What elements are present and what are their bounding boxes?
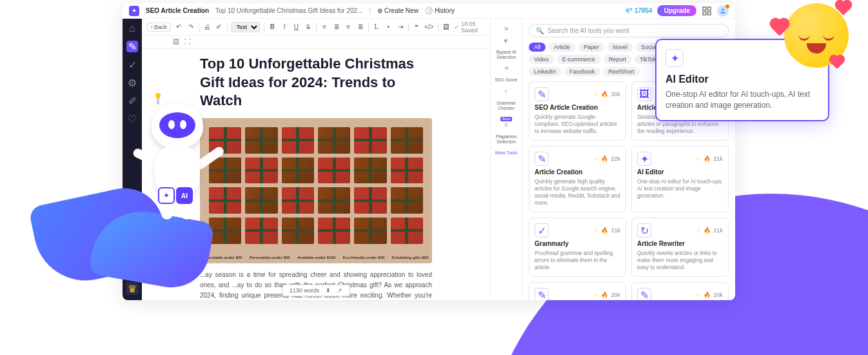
separator: | [369,7,371,14]
app-window: ✦ SEO Article Creation Top 10 Unforgetta… [123,3,735,300]
list-ordered-icon[interactable]: 1. [373,22,380,32]
brush-icon[interactable]: ✐ [215,22,222,32]
download-icon[interactable]: ⬇ [326,287,331,294]
tool-card[interactable]: ✎☆🔥30kSEO Article CreationQuickly genera… [529,81,626,141]
chip[interactable]: Article [549,43,575,52]
card-icon: ↻ [637,223,651,238]
quote-icon[interactable]: ❝ [413,22,420,32]
rail-premium-icon[interactable]: ♛ [126,282,139,295]
star-icon[interactable]: ☆ [696,292,701,298]
image-icon[interactable]: 🖼 [442,22,449,32]
underline-icon[interactable]: U [292,22,300,32]
article-title[interactable]: Top 10 Unforgettable Christmas Gift Idea… [200,55,432,110]
rail-home-icon[interactable]: ⌂ [126,23,138,34]
image-insert-icon[interactable]: 🖼 [173,38,179,45]
hero-labels: Affordable under $20Personable under $50… [200,256,432,259]
editor-toolbar: ‹ Back ↶ ↷ 🖨 ✐ Text B I U S̶ ≡ ≣ ≡ ≣ 1. [142,19,490,36]
chip[interactable]: Novel [607,43,633,52]
align-center-icon[interactable]: ≣ [332,22,340,32]
chip[interactable]: ReelShort [604,67,640,76]
user-avatar[interactable] [717,5,729,17]
tool-plagiarism[interactable]: Beta⎘Plagiarism Detection [492,116,520,145]
chip[interactable]: Report [604,55,631,64]
tool-seo-score[interactable]: ◔SEO Score [493,65,518,84]
tool-card[interactable]: ✎☆🔥22kArticle CreationQuickly generate h… [529,146,626,212]
word-count-bar: 1130 words ⬇ ↗ [282,285,350,296]
popover-icon: ✦ [666,49,684,67]
fullscreen-icon[interactable]: ⛶ [184,38,191,45]
bold-icon[interactable]: B [268,22,276,32]
breadcrumb-section[interactable]: SEO Article Creation [146,7,209,14]
svg-rect-0 [703,7,706,10]
chip[interactable]: E-commerce [557,55,600,64]
italic-icon[interactable]: I [281,22,288,32]
tool-more[interactable]: More Tools [494,149,518,157]
rail-pen-icon[interactable]: ✐ [126,95,138,107]
rail-settings-icon[interactable]: ⚙ [126,77,138,88]
create-new-button[interactable]: ⊕ Create New [377,7,419,14]
search-icon: 🔍 [536,27,544,34]
align-justify-icon[interactable]: ≣ [356,22,364,32]
popover-desc: One-stop AI editor for AI touch-ups, AI … [666,89,819,111]
align-right-icon[interactable]: ≡ [344,22,352,32]
tools-rail: » ◐Bypass AI Detection ◔SEO Score ✓Gramm… [490,19,522,300]
code-icon[interactable]: </> [424,22,433,32]
points-balance[interactable]: 💎 17854 [625,7,653,14]
print-icon[interactable]: 🖨 [203,22,211,32]
tool-card[interactable]: ↻☆🔥21kArticle RewriterQuickly rewrite ar… [631,218,729,277]
card-icon: ✎ [535,288,549,300]
breadcrumb-title[interactable]: Top 10 Unforgettable Christmas Gift Idea… [215,7,362,14]
text-style-select[interactable]: Text [231,22,260,32]
card-icon: ✓ [535,223,549,238]
popover-title: AI Editor [666,74,819,85]
fire-icon: 🔥 [601,227,608,234]
share-icon[interactable]: ↗ [337,287,342,294]
tool-grammar[interactable]: ✓Grammar Checker [492,88,520,112]
chip[interactable]: LinkedIn [529,67,561,76]
upgrade-button[interactable]: Upgrade [657,5,696,16]
app-logo-icon[interactable]: ✦ [129,6,139,16]
rail-heart-icon[interactable]: ♡ [126,113,138,125]
undo-icon[interactable]: ↶ [175,22,182,32]
chip[interactable]: Paper [578,43,604,52]
editor-content[interactable]: Top 10 Unforgettable Christmas Gift Idea… [142,48,490,300]
indent-icon[interactable]: ⇥ [396,22,404,32]
strike-icon[interactable]: S̶ [304,22,312,32]
svg-rect-2 [703,12,706,15]
star-icon[interactable]: ☆ [593,156,598,162]
history-button[interactable]: 🕓 History [425,7,455,14]
back-button[interactable]: ‹ Back [147,23,171,32]
top-bar: ✦ SEO Article Creation Top 10 Unforgetta… [123,3,735,19]
star-icon[interactable]: ☆ [593,227,598,234]
rail-editor-icon[interactable]: ✎ [126,41,138,52]
rail-check-icon[interactable]: ✓ [126,59,138,70]
tool-card[interactable]: ✓☆🔥21kGrammarlyProofread grammar and spe… [529,218,626,277]
chip[interactable]: Video [529,55,554,64]
card-icon: ✎ [637,288,651,300]
hero-image[interactable]: Affordable under $20Personable under $50… [200,118,432,263]
tool-bypass-ai[interactable]: ◐Bypass AI Detection [492,37,520,61]
card-icon: 🖼 [637,87,651,101]
collapse-icon[interactable]: » [504,24,509,33]
chip-all[interactable]: All [529,43,546,52]
tool-card[interactable]: ✎☆🔥20k [631,282,729,300]
redo-icon[interactable]: ↷ [186,22,194,32]
fire-icon: 🔥 [601,292,608,298]
chip[interactable]: Facebook [564,67,600,76]
editor-pane: ‹ Back ↶ ↷ 🖨 ✐ Text B I U S̶ ≡ ≣ ≡ ≣ 1. [142,19,490,300]
left-rail: ⌂ ✎ ✓ ⚙ ✐ ♡ ♛ [123,19,142,300]
search-input[interactable]: 🔍 Search the AI tools you want [529,24,729,37]
fire-icon: 🔥 [704,227,711,234]
save-status: 18:05 Saved [454,21,485,34]
apps-grid-icon[interactable] [702,6,712,16]
star-icon[interactable]: ☆ [593,91,598,97]
star-icon[interactable]: ☆ [593,292,598,298]
star-icon[interactable]: ☆ [696,156,701,162]
tool-card[interactable]: ✎☆🔥20k [529,282,626,300]
sub-toolbar: 🖼 ⛶ [142,36,490,48]
star-icon[interactable]: ☆ [696,227,701,234]
align-left-icon[interactable]: ≡ [321,22,328,32]
list-unordered-icon[interactable]: • [384,22,392,32]
tool-card[interactable]: ✦☆🔥21kAI EditorOne-stop AI editor for AI… [631,146,729,212]
svg-point-4 [722,8,724,11]
